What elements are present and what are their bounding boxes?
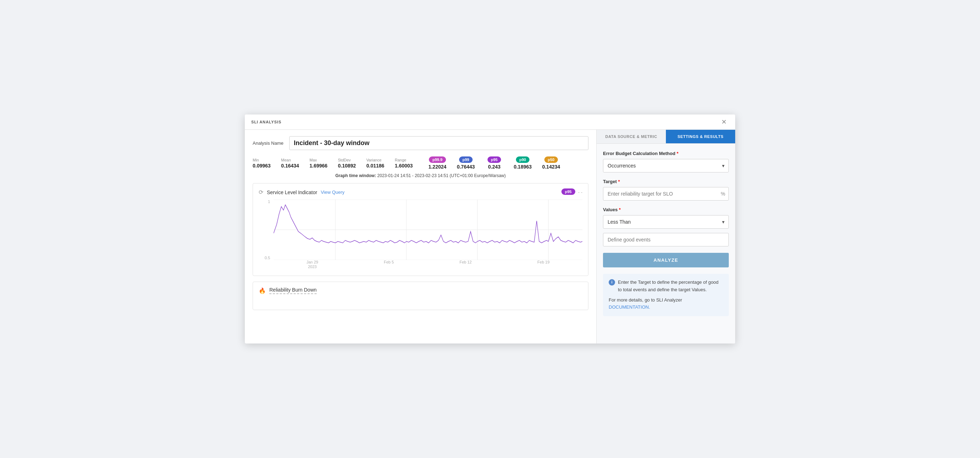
main-panel: Analysis Name Min 0.09963 Mean 0.16434 M… bbox=[245, 130, 597, 343]
info-icon: i bbox=[609, 279, 615, 286]
target-label: Target * bbox=[603, 179, 729, 184]
stat-range: Range 1.60003 bbox=[395, 158, 423, 169]
reliability-title: Reliability Burn Down bbox=[269, 287, 317, 294]
tab-settings-results[interactable]: SETTINGS & RESULTS bbox=[666, 130, 735, 143]
values-label: Values * bbox=[603, 207, 729, 212]
modal-header: SLI ANALYSIS ✕ bbox=[245, 115, 735, 130]
y-label-05: 0.5 bbox=[265, 256, 270, 260]
x-label-feb19: Feb 19 bbox=[537, 260, 549, 265]
side-content: Error Budget Calculation Method * Occurr… bbox=[597, 144, 735, 343]
info-box-header: i Enter the Target to define the percent… bbox=[609, 279, 723, 294]
chart-badge-row: p95 - - bbox=[562, 188, 582, 196]
tab-data-source[interactable]: DATA SOURCE & METRIC bbox=[597, 130, 666, 143]
target-input[interactable] bbox=[603, 187, 729, 201]
percentile-p999: p99.9 1.22024 bbox=[423, 156, 452, 170]
values-select[interactable]: Less Than Greater Than Equal To bbox=[603, 215, 729, 229]
stat-mean: Mean 0.16434 bbox=[281, 158, 310, 169]
chart-title: Service Level Indicator bbox=[267, 190, 317, 195]
flame-icon: 🔥 bbox=[259, 287, 266, 294]
required-star-1: * bbox=[676, 151, 678, 156]
chart-dash: - - bbox=[578, 190, 582, 195]
error-budget-select-wrapper: Occurrences Time-based ▾ bbox=[603, 159, 729, 172]
chart-container: 1 0.5 bbox=[259, 199, 582, 271]
error-budget-label: Error Budget Calculation Method * bbox=[603, 151, 729, 156]
x-label-feb5: Feb 5 bbox=[384, 260, 394, 265]
stat-stddev: StdDev 0.10892 bbox=[338, 158, 366, 169]
percentile-p50: p50 0.14234 bbox=[537, 156, 565, 170]
reliability-header: 🔥 Reliability Burn Down bbox=[259, 287, 582, 294]
side-panel: DATA SOURCE & METRIC SETTINGS & RESULTS … bbox=[597, 130, 735, 343]
documentation-link[interactable]: DOCUMENTATION. bbox=[609, 305, 650, 310]
chart-x-labels: Jan 292023 Feb 5 Feb 12 Feb 19 bbox=[274, 260, 582, 271]
badge-p999: p99.9 bbox=[429, 156, 446, 163]
chart-section: ⟳ Service Level Indicator View Query p95… bbox=[253, 183, 589, 276]
analysis-name-input[interactable] bbox=[289, 136, 589, 150]
info-box: i Enter the Target to define the percent… bbox=[603, 274, 729, 316]
view-query-link[interactable]: View Query bbox=[321, 190, 345, 195]
close-button[interactable]: ✕ bbox=[719, 118, 729, 126]
percentile-p90: p90 0.18963 bbox=[509, 156, 537, 170]
error-budget-select[interactable]: Occurrences Time-based bbox=[603, 159, 729, 172]
required-star-3: * bbox=[619, 207, 621, 212]
target-input-wrapper: % bbox=[603, 187, 729, 201]
modal-title: SLI ANALYSIS bbox=[251, 120, 282, 124]
stat-max: Max 1.69966 bbox=[310, 158, 338, 169]
badge-p95: p95 bbox=[487, 156, 501, 163]
analysis-name-row: Analysis Name bbox=[253, 136, 589, 150]
chart-svg bbox=[274, 199, 582, 260]
analysis-name-label: Analysis Name bbox=[253, 140, 283, 146]
time-window: Graph time window: 2023-01-24 14:51 - 20… bbox=[253, 173, 589, 178]
x-label-jan29: Jan 292023 bbox=[306, 260, 318, 269]
reliability-section: 🔥 Reliability Burn Down bbox=[253, 282, 589, 310]
values-select-wrapper: Less Than Greater Than Equal To ▾ bbox=[603, 215, 729, 229]
modal-body: Analysis Name Min 0.09963 Mean 0.16434 M… bbox=[245, 130, 735, 343]
sli-analysis-modal: SLI ANALYSIS ✕ Analysis Name Min 0.09963… bbox=[245, 115, 735, 343]
percentile-p99: p99 0.76443 bbox=[452, 156, 480, 170]
chart-p95-badge: p95 bbox=[562, 188, 575, 195]
stats-row: Min 0.09963 Mean 0.16434 Max 1.69966 Std… bbox=[253, 156, 589, 170]
chart-header: ⟳ Service Level Indicator View Query p95… bbox=[259, 188, 582, 196]
badge-p50: p50 bbox=[544, 156, 558, 163]
chart-y-labels: 1 0.5 bbox=[259, 199, 272, 260]
analyze-button[interactable]: ANALYZE bbox=[603, 253, 729, 267]
info-text-2: For more details, go to SLI Analyzer bbox=[609, 297, 682, 303]
required-star-2: * bbox=[618, 179, 620, 184]
badge-p90: p90 bbox=[516, 156, 530, 163]
info-text-1: Enter the Target to define the percentag… bbox=[618, 279, 723, 294]
percent-symbol: % bbox=[721, 191, 725, 197]
stat-variance: Variance 0.01186 bbox=[366, 158, 395, 169]
good-events-wrapper bbox=[603, 233, 729, 246]
y-label-1: 1 bbox=[268, 199, 270, 204]
side-tabs: DATA SOURCE & METRIC SETTINGS & RESULTS bbox=[597, 130, 735, 144]
percentile-p95: p95 0.243 bbox=[480, 156, 509, 170]
good-events-input[interactable] bbox=[603, 233, 729, 246]
badge-p99: p99 bbox=[459, 156, 473, 163]
sli-icon: ⟳ bbox=[259, 189, 263, 196]
chart-plot-area bbox=[274, 199, 582, 260]
stat-min: Min 0.09963 bbox=[253, 158, 281, 169]
x-label-feb12: Feb 12 bbox=[460, 260, 471, 265]
